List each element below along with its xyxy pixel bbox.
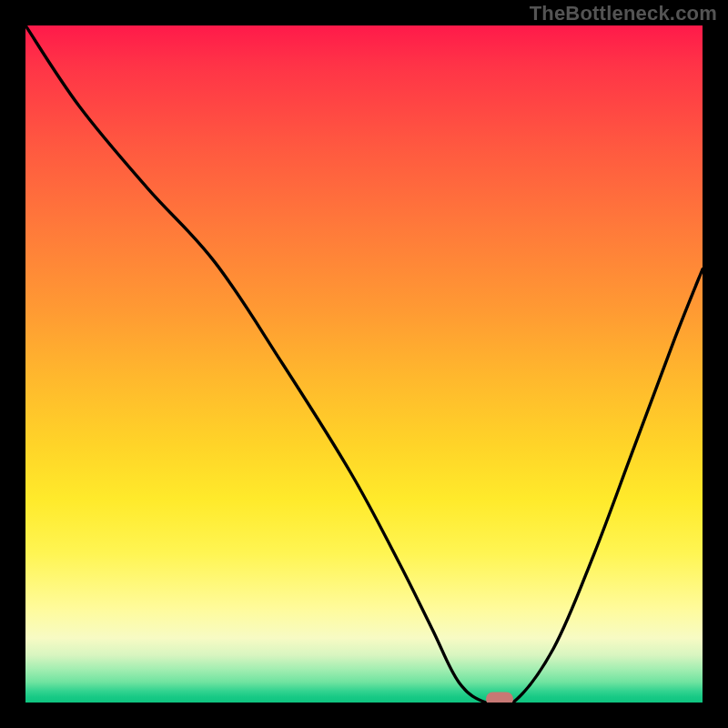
bottleneck-curve	[25, 25, 703, 703]
plot-area	[25, 25, 703, 703]
attribution-label: TheBottleneck.com	[530, 2, 717, 25]
optimal-marker	[486, 693, 513, 703]
curve-path	[25, 25, 703, 703]
chart-frame: TheBottleneck.com	[0, 0, 728, 728]
